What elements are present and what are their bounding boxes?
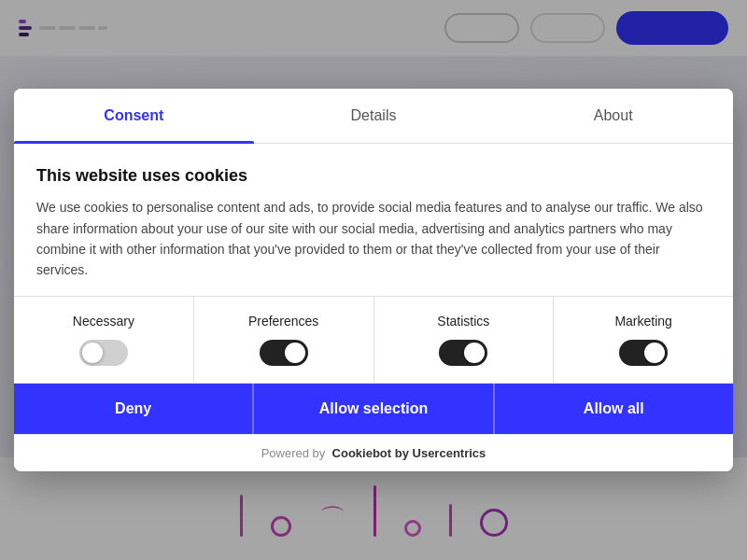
toggle-necessary-knob	[82, 343, 103, 363]
toggle-marketing: Marketing	[554, 297, 733, 383]
consent-tabs: Consent Details About	[14, 89, 733, 144]
allow-selection-button[interactable]: Allow selection	[254, 384, 494, 434]
toggle-statistics-knob	[464, 343, 485, 363]
toggle-preferences-label: Preferences	[248, 314, 318, 329]
toggle-marketing-switch[interactable]	[619, 340, 668, 366]
toggle-preferences-knob	[285, 343, 305, 363]
toggle-necessary-label: Necessary	[73, 314, 134, 329]
toggle-statistics-switch[interactable]	[439, 340, 487, 366]
toggle-preferences: Preferences	[194, 297, 374, 383]
cookie-consent-dialog: Consent Details About This website uses …	[14, 89, 733, 471]
cookie-content: This website uses cookies We use cookies…	[14, 144, 733, 296]
cookie-title: This website uses cookies	[36, 166, 711, 186]
modal-overlay: Consent Details About This website uses …	[0, 0, 747, 560]
tab-about[interactable]: About	[493, 89, 733, 143]
provider-name: Cookiebot by Usercentrics	[332, 446, 486, 460]
allow-all-button[interactable]: Allow all	[495, 384, 733, 434]
toggle-necessary: Necessary	[14, 297, 194, 383]
toggle-statistics-label: Statistics	[437, 314, 489, 329]
action-buttons: Deny Allow selection Allow all	[14, 384, 733, 434]
tab-consent[interactable]: Consent	[14, 89, 254, 143]
tab-details[interactable]: Details	[254, 89, 494, 143]
toggles-section: Necessary Preferences Statistics Marketi…	[14, 297, 733, 384]
powered-by-text: Powered by	[261, 446, 326, 460]
cookie-description: We use cookies to personalise content an…	[36, 197, 711, 281]
toggle-statistics: Statistics	[374, 297, 555, 383]
deny-button[interactable]: Deny	[14, 384, 254, 434]
cookie-footer: Powered by Cookiebot by Usercentrics	[14, 434, 733, 471]
toggle-necessary-switch[interactable]	[79, 340, 128, 366]
toggle-preferences-switch[interactable]	[260, 340, 308, 366]
toggle-marketing-label: Marketing	[614, 314, 671, 329]
toggle-marketing-knob	[644, 343, 665, 363]
